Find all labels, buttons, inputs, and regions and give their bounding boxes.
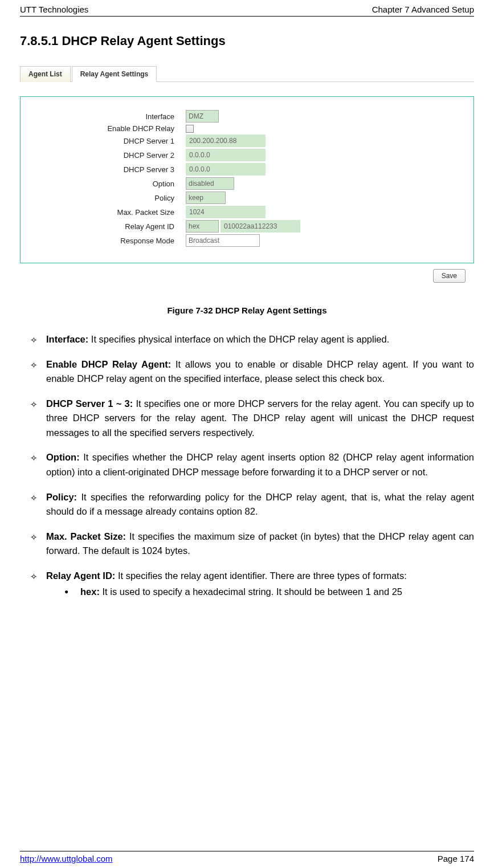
def-option: Option: It specifies whether the DHCP re… — [30, 450, 474, 479]
tab-relay-agent-settings[interactable]: Relay Agent Settings — [72, 66, 157, 82]
relay-agent-id-input[interactable] — [221, 220, 300, 233]
header-chapter: Chapter 7 Advanced Setup — [372, 5, 474, 14]
figure-caption: Figure 7-32 DHCP Relay Agent Settings — [20, 305, 474, 315]
interface-select[interactable]: DMZ — [186, 110, 219, 123]
header-company: UTT Technologies — [20, 5, 88, 14]
def-relay-agent-id: Relay Agent ID: It specifies the relay a… — [30, 569, 474, 600]
dhcp-server-3-input[interactable] — [186, 163, 266, 176]
policy-select[interactable]: keep — [186, 191, 226, 204]
max-packet-size-input[interactable] — [186, 206, 266, 218]
response-mode-label: Response Mode — [21, 237, 186, 245]
relay-agent-id-label: Relay Agent ID — [21, 222, 186, 231]
footer-url[interactable]: http://www.uttglobal.com — [20, 854, 113, 863]
settings-panel: Interface DMZ Enable DHCP Relay DHCP Ser… — [20, 96, 474, 263]
dhcp-server-2-input[interactable] — [186, 149, 266, 161]
dhcp-server-3-label: DHCP Server 3 — [21, 165, 186, 174]
settings-ui-figure: Agent List Relay Agent Settings Interfac… — [20, 66, 474, 283]
dhcp-server-1-input[interactable] — [186, 135, 266, 147]
tab-bar: Agent List Relay Agent Settings — [20, 66, 474, 82]
dhcp-server-2-label: DHCP Server 2 — [21, 151, 186, 160]
relay-agent-id-type-select[interactable]: hex — [186, 220, 219, 233]
dhcp-server-1-label: DHCP Server 1 — [21, 137, 186, 145]
interface-label: Interface — [21, 112, 186, 121]
enable-dhcp-relay-checkbox[interactable] — [186, 125, 194, 133]
tab-agent-list[interactable]: Agent List — [20, 66, 71, 82]
page-header: UTT Technologies Chapter 7 Advanced Setu… — [20, 0, 474, 17]
max-packet-size-label: Max. Packet Size — [21, 208, 186, 217]
def-enable-dhcp-relay-agent: Enable DHCP Relay Agent: It allows you t… — [30, 357, 474, 386]
def-hex: hex: It is used to specify a hexadecimal… — [64, 585, 474, 600]
save-button[interactable]: Save — [433, 269, 466, 283]
section-heading: 7.8.5.1 DHCP Relay Agent Settings — [20, 34, 474, 48]
def-dhcp-server: DHCP Server 1 ~ 3: It specifies one or m… — [30, 397, 474, 441]
footer-page-number: Page 174 — [438, 854, 474, 863]
enable-dhcp-relay-label: Enable DHCP Relay — [21, 124, 186, 133]
def-max-packet-size: Max. Packet Size: It specifies the maxim… — [30, 529, 474, 559]
def-policy: Policy: It specifies the reforwarding po… — [30, 490, 474, 519]
definition-list: Interface: It specifies physical interfa… — [20, 332, 474, 600]
page-footer: http://www.uttglobal.com Page 174 — [20, 851, 474, 863]
response-mode-select[interactable]: Broadcast — [186, 234, 260, 247]
policy-label: Policy — [21, 194, 186, 202]
def-interface: Interface: It specifies physical interfa… — [30, 332, 474, 347]
option-label: Option — [21, 180, 186, 188]
option-select[interactable]: disabled — [186, 177, 234, 190]
